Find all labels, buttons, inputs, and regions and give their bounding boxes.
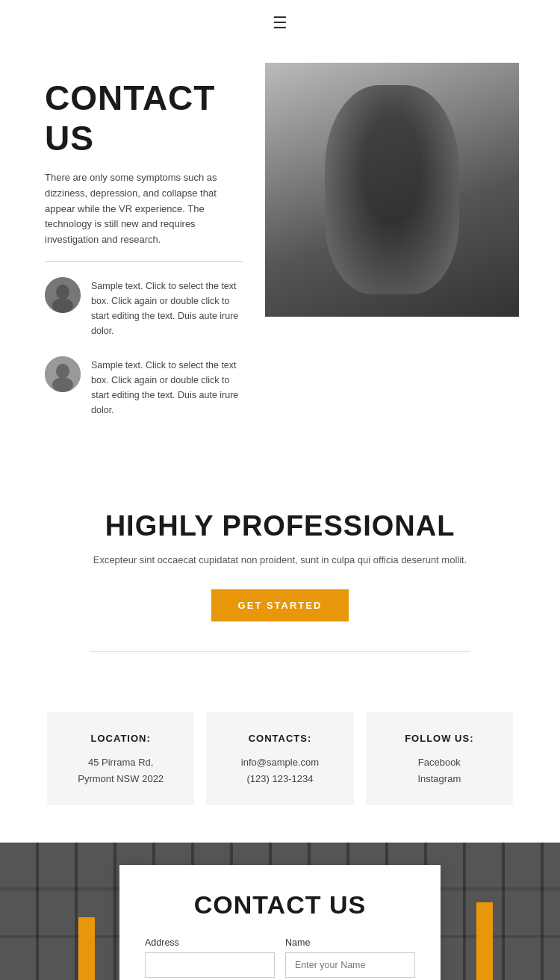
hero-image-placeholder: [265, 63, 519, 317]
svg-point-1: [56, 285, 69, 300]
hamburger-icon[interactable]: ☰: [273, 13, 287, 33]
svg-point-5: [52, 377, 73, 392]
name-label: Name: [285, 937, 415, 948]
professional-description: Excepteur sint occaecat cupidatat non pr…: [60, 553, 500, 568]
hero-description: There are only some symptoms such as diz…: [45, 170, 243, 248]
navigation: ☰: [0, 0, 560, 40]
hero-image: [265, 63, 519, 317]
hero-section: CONTACT US There are only some symptoms …: [0, 40, 560, 465]
avatar-1: [45, 277, 81, 313]
contacts-label: CONTACTS:: [221, 733, 338, 744]
address-group: Address: [145, 937, 275, 978]
svg-point-2: [52, 298, 73, 313]
follow-text: FacebookInstagram: [381, 754, 498, 787]
address-label: Address: [145, 937, 275, 948]
hero-left: CONTACT US There are only some symptoms …: [45, 63, 265, 435]
get-started-button[interactable]: GET STARTED: [211, 589, 349, 621]
hero-image-container: [265, 63, 519, 317]
orange-accent-left: [78, 917, 95, 980]
professional-section: HIGHLY PROFESSIONAL Excepteur sint occae…: [0, 465, 560, 682]
info-box-location: LOCATION: 45 Pirrama Rd,Pyrmont NSW 2022: [47, 712, 194, 805]
info-boxes: LOCATION: 45 Pirrama Rd,Pyrmont NSW 2022…: [0, 682, 560, 843]
name-group: Name: [285, 937, 415, 978]
contact-item-1-text: Sample text. Click to select the text bo…: [91, 277, 243, 338]
follow-label: FOLLOW US:: [381, 733, 498, 744]
section-divider: [90, 651, 470, 652]
avatar-2: [45, 356, 81, 392]
form-row-address-name: Address Name: [145, 937, 415, 978]
hero-title: CONTACT US: [45, 78, 243, 158]
svg-point-4: [56, 364, 69, 379]
form-title: CONTACT US: [145, 890, 415, 919]
hero-divider: [45, 261, 243, 262]
info-box-follow: FOLLOW US: FacebookInstagram: [366, 712, 513, 805]
contacts-text: info@sample.com(123) 123-1234: [221, 754, 338, 787]
location-label: LOCATION:: [62, 733, 179, 744]
professional-title: HIGHLY PROFESSIONAL: [60, 510, 500, 542]
contact-item-1: Sample text. Click to select the text bo…: [45, 277, 243, 338]
address-input[interactable]: [145, 952, 275, 978]
location-text: 45 Pirrama Rd,Pyrmont NSW 2022: [62, 754, 179, 787]
name-input[interactable]: [285, 952, 415, 978]
contact-form-section: CONTACT US Address Name Phone Date Messa…: [0, 843, 560, 980]
info-box-contacts: CONTACTS: info@sample.com(123) 123-1234: [206, 712, 353, 805]
contact-item-2: Sample text. Click to select the text bo…: [45, 356, 243, 418]
contact-form-card: CONTACT US Address Name Phone Date Messa…: [119, 865, 441, 980]
orange-accent-right: [476, 902, 493, 980]
contact-item-2-text: Sample text. Click to select the text bo…: [91, 356, 243, 418]
